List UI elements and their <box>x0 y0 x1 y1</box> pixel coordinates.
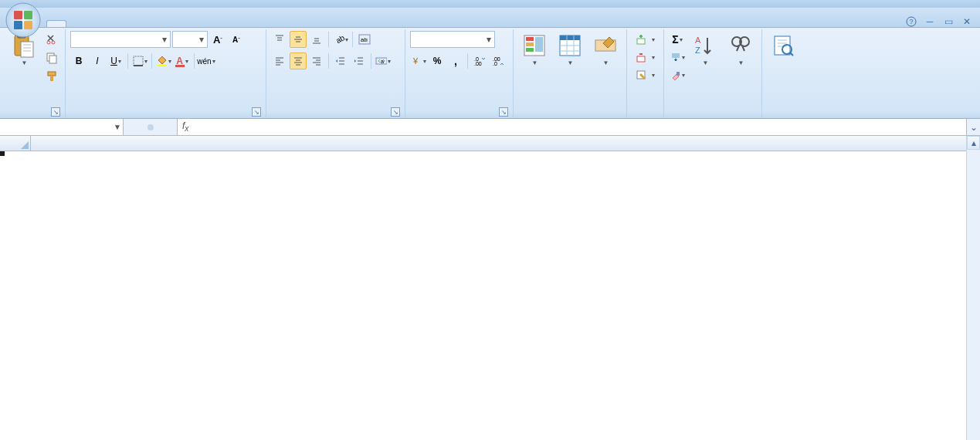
increase-indent-button[interactable] <box>351 52 368 69</box>
align-bottom-button[interactable] <box>308 31 325 48</box>
column-headers <box>0 136 980 151</box>
invoice-check-button[interactable] <box>767 31 799 62</box>
svg-rect-63 <box>526 48 534 52</box>
format-cells-button[interactable]: ▾ <box>632 66 659 83</box>
cell-styles-icon <box>593 33 618 58</box>
svg-rect-73 <box>637 39 645 44</box>
minimize-icon[interactable]: ─ <box>923 16 937 27</box>
wrap-text-button[interactable]: ab <box>356 31 373 48</box>
tab-insert[interactable] <box>66 21 85 27</box>
scroll-up-button[interactable]: ▴ <box>967 136 980 150</box>
clear-button[interactable]: ▾ <box>669 66 686 83</box>
conditional-format-button[interactable]: ▼ <box>518 31 551 69</box>
tab-dev[interactable] <box>178 21 196 27</box>
align-center-button[interactable] <box>290 52 307 69</box>
group-clipboard: ▼ <box>3 29 66 118</box>
chevron-down-icon[interactable]: ▼ <box>114 123 121 131</box>
align-middle-button[interactable] <box>290 31 307 48</box>
align-top-button[interactable] <box>271 31 288 48</box>
svg-rect-62 <box>526 42 534 46</box>
increase-decimal-button[interactable]: .0.00 <box>471 52 488 69</box>
fill-color-button[interactable]: ▾ <box>155 52 172 69</box>
find-icon <box>728 33 753 58</box>
number-dialog-launcher[interactable] <box>499 107 508 117</box>
svg-rect-4 <box>24 21 32 29</box>
svg-text:A: A <box>695 36 701 45</box>
namebox-handle-icon <box>144 122 157 133</box>
merge-center-button[interactable]: a▾ <box>375 52 392 69</box>
copy-button[interactable] <box>43 49 60 66</box>
percent-button[interactable]: % <box>429 52 446 69</box>
vertical-scrollbar[interactable]: ▴ <box>966 136 980 440</box>
clipboard-dialog-launcher[interactable] <box>51 107 60 117</box>
svg-line-87 <box>790 52 793 56</box>
tab-layout[interactable] <box>85 21 103 27</box>
chevron-down-icon[interactable]: ▾ <box>159 34 167 45</box>
select-all-corner[interactable] <box>0 136 31 151</box>
close-icon[interactable]: ✕ <box>960 16 974 27</box>
decrease-indent-button[interactable] <box>332 52 349 69</box>
name-box[interactable]: ▼ <box>0 119 124 135</box>
border-button[interactable]: ▾ <box>131 52 148 69</box>
formula-bar: ▼ fx ⌄ <box>0 119 980 136</box>
fill-button[interactable]: ▾ <box>669 49 686 66</box>
conditional-format-icon <box>522 33 547 58</box>
find-select-button[interactable]: ▼ <box>724 31 757 69</box>
tab-formula[interactable] <box>103 21 122 27</box>
svg-rect-19 <box>134 56 143 66</box>
tab-review[interactable] <box>141 21 159 27</box>
svg-rect-21 <box>158 65 167 66</box>
shrink-font-button[interactable]: Aˇ <box>228 31 245 48</box>
currency-button[interactable]: ¥▾ <box>410 52 427 69</box>
help-icon[interactable]: ? <box>904 16 918 27</box>
tab-data[interactable] <box>122 21 141 27</box>
align-right-button[interactable] <box>308 52 325 69</box>
svg-rect-74 <box>637 56 645 62</box>
comma-button[interactable]: , <box>447 52 464 69</box>
phonetic-button[interactable]: wén▾ <box>198 52 215 69</box>
svg-rect-22 <box>175 65 185 67</box>
office-button[interactable] <box>5 2 42 39</box>
svg-point-13 <box>47 41 50 44</box>
svg-rect-17 <box>48 72 56 76</box>
format-painter-button[interactable] <box>43 68 60 85</box>
underline-button[interactable]: U▾ <box>107 52 124 69</box>
ribbon-tabs: ? ─ ▭ ✕ <box>0 8 980 28</box>
delete-cells-button[interactable]: ▾ <box>632 49 659 66</box>
chevron-down-icon[interactable]: ▾ <box>196 34 204 45</box>
grow-font-button[interactable]: Aˆ <box>209 31 226 48</box>
svg-text:¥: ¥ <box>412 56 419 66</box>
tab-view[interactable] <box>159 21 178 27</box>
format-as-table-button[interactable]: ▼ <box>554 31 586 69</box>
fx-button[interactable]: fx <box>178 120 193 133</box>
font-size-combo[interactable]: ▾ <box>172 31 208 48</box>
bold-button[interactable]: B <box>70 52 87 69</box>
svg-point-0 <box>6 3 40 37</box>
restore-icon[interactable]: ▭ <box>941 16 955 27</box>
decrease-decimal-button[interactable]: .00.0 <box>490 52 507 69</box>
worksheet[interactable] <box>0 136 980 440</box>
font-family-combo[interactable]: ▾ <box>70 31 171 48</box>
sort-filter-button[interactable]: AZ ▼ <box>689 31 721 69</box>
align-dialog-launcher[interactable] <box>391 107 400 117</box>
tab-home[interactable] <box>46 20 66 27</box>
group-styles: ▼ ▼ ▼ <box>514 29 627 118</box>
table-format-icon <box>558 33 582 58</box>
svg-rect-16 <box>49 56 56 63</box>
italic-button[interactable]: I <box>89 52 106 69</box>
formula-expand-button[interactable]: ⌄ <box>966 119 980 135</box>
font-color-button[interactable]: A▾ <box>174 52 191 69</box>
cell-styles-button[interactable]: ▼ <box>589 31 622 69</box>
tab-addin[interactable] <box>196 21 215 27</box>
number-format-combo[interactable]: ▾ <box>410 31 495 48</box>
autosum-button[interactable]: Σ▾ <box>669 31 686 48</box>
cut-button[interactable] <box>43 31 60 48</box>
group-invoice <box>762 29 804 118</box>
tab-pdf[interactable] <box>215 21 233 27</box>
insert-cells-button[interactable]: ▾ <box>632 31 659 48</box>
chevron-down-icon[interactable]: ▾ <box>483 34 491 45</box>
align-left-button[interactable] <box>271 52 288 69</box>
orientation-button[interactable]: ab▾ <box>332 31 349 48</box>
formula-input[interactable] <box>193 122 966 133</box>
font-dialog-launcher[interactable] <box>252 107 261 117</box>
